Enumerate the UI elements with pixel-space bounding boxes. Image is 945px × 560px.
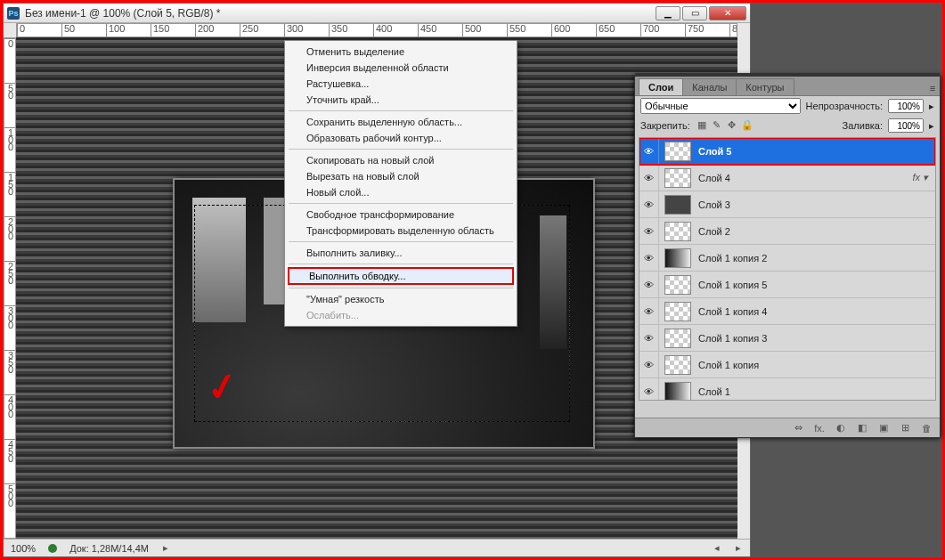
visibility-eye-icon[interactable]: 👁 (640, 272, 659, 297)
ruler-tick: 600 (551, 24, 570, 37)
menu-item-highlighted[interactable]: Выполнить обводку... (288, 267, 514, 285)
ruler-tick: 300 (284, 24, 303, 37)
menu-item[interactable]: Выполнить заливку... (287, 245, 515, 261)
ruler-tick: 800 (729, 24, 737, 37)
context-menu[interactable]: Отменить выделениеИнверсия выделенной об… (284, 40, 517, 327)
layer-row[interactable]: 👁Слой 1 копия 3 (640, 325, 935, 352)
layer-name[interactable]: Слой 4 (697, 173, 912, 183)
window-title: Без имени-1 @ 100% (Слой 5, RGB/8) * (25, 7, 656, 20)
menu-item[interactable]: Растушевка... (287, 76, 515, 92)
layer-row[interactable]: 👁Слой 1 копия 2 (640, 245, 935, 272)
layer-thumbnail[interactable] (664, 382, 691, 402)
menu-item[interactable]: "Умная" резкость (287, 291, 515, 307)
opacity-arrow-icon[interactable]: ▸ (929, 101, 934, 112)
panel-footer-icon[interactable]: ▣ (877, 422, 890, 434)
layer-thumbnail[interactable] (664, 222, 691, 241)
layer-name[interactable]: Слой 1 копия 2 (697, 253, 935, 264)
layer-name[interactable]: Слой 1 копия (697, 360, 935, 370)
panel-footer-icon[interactable]: ⇔ (792, 422, 804, 434)
visibility-eye-icon[interactable]: 👁 (640, 245, 659, 271)
menu-item[interactable]: Трансформировать выделенную область (287, 223, 515, 239)
layer-row[interactable]: 👁Слой 5 (640, 138, 935, 165)
menu-item[interactable]: Новый слой... (287, 184, 515, 200)
panel-footer-icon[interactable]: ◧ (856, 422, 868, 434)
lock-transparency-icon[interactable]: ▦ (696, 119, 708, 132)
vertical-ruler[interactable]: 050100150200250300350400450500 (4, 37, 16, 539)
fill-input[interactable] (888, 118, 924, 133)
minimize-button[interactable] (656, 6, 680, 20)
ruler-tick: 500 (4, 483, 16, 507)
layer-thumbnail[interactable] (664, 355, 691, 375)
layers-list[interactable]: 👁Слой 5👁Слой 4fx ▾👁Слой 3👁Слой 2👁Слой 1 … (639, 137, 936, 401)
layer-row[interactable]: 👁Слой 2 (640, 218, 935, 245)
visibility-eye-icon[interactable]: 👁 (640, 191, 659, 217)
maximize-button[interactable] (682, 6, 707, 20)
layer-row[interactable]: 👁Слой 4fx ▾ (640, 165, 935, 191)
layer-row[interactable]: 👁Слой 1 копия 5 (640, 272, 935, 298)
panel-footer-icon[interactable]: 🗑 (920, 423, 933, 434)
menu-item[interactable]: Инверсия выделенной области (287, 60, 515, 76)
visibility-eye-icon[interactable]: 👁 (640, 378, 659, 401)
layer-row[interactable]: 👁Слой 1 копия 4 (640, 298, 935, 325)
layer-name[interactable]: Слой 1 копия 3 (697, 333, 935, 344)
layer-row[interactable]: 👁Слой 1 копия (640, 352, 935, 378)
layer-name[interactable]: Слой 1 (697, 386, 935, 397)
layer-row[interactable]: 👁Слой 1 (640, 378, 935, 401)
tab-layers[interactable]: Слои (639, 78, 683, 95)
lock-all-icon[interactable]: 🔒 (741, 119, 754, 132)
fill-arrow-icon[interactable]: ▸ (929, 120, 934, 132)
horizontal-ruler[interactable]: 0501001502002503003504004505005506006507… (16, 23, 737, 37)
layer-thumbnail[interactable] (664, 195, 691, 215)
lock-move-icon[interactable]: ✥ (726, 119, 738, 132)
scroll-right-icon[interactable]: ▸ (734, 542, 743, 554)
opacity-input[interactable] (888, 99, 924, 113)
menu-separator (289, 149, 513, 150)
panel-footer-icon[interactable]: ◐ (835, 422, 847, 434)
visibility-eye-icon[interactable]: 👁 (640, 325, 659, 351)
layer-name[interactable]: Слой 5 (697, 146, 935, 157)
close-button[interactable] (709, 6, 746, 20)
menu-item[interactable]: Сохранить выделенную область... (287, 114, 515, 130)
panel-footer-icon[interactable]: fx. (813, 423, 826, 434)
status-arrow-icon[interactable]: ▸ (161, 542, 170, 554)
visibility-eye-icon[interactable]: 👁 (640, 138, 659, 164)
title-bar[interactable]: Ps Без имени-1 @ 100% (Слой 5, RGB/8) * (4, 4, 750, 23)
visibility-eye-icon[interactable]: 👁 (640, 165, 659, 191)
layer-thumbnail[interactable] (664, 142, 691, 161)
opacity-label: Непрозрачность: (806, 101, 883, 111)
layer-name[interactable]: Слой 1 копия 4 (697, 306, 935, 317)
lock-icons[interactable]: ▦ ✎ ✥ 🔒 (696, 119, 754, 132)
lock-paint-icon[interactable]: ✎ (711, 119, 723, 132)
menu-item[interactable]: Свободное трансформирование (287, 207, 515, 223)
layer-name[interactable]: Слой 1 копия 5 (697, 280, 935, 290)
layer-row[interactable]: 👁Слой 3 (640, 191, 935, 218)
scroll-left-icon[interactable]: ◂ (713, 542, 721, 554)
layer-thumbnail[interactable] (664, 248, 691, 268)
panel-menu-icon[interactable]: ≡ (925, 81, 940, 95)
visibility-eye-icon[interactable]: 👁 (640, 218, 659, 244)
layer-thumbnail[interactable] (664, 302, 691, 321)
zoom-value[interactable]: 100% (11, 543, 36, 554)
layers-panel[interactable]: Слои Каналы Контуры ≡ Обычные Непрозрачн… (634, 76, 941, 438)
panel-footer: ⇔fx.◐◧▣⊞🗑 (635, 418, 940, 437)
tab-paths[interactable]: Контуры (736, 78, 794, 95)
menu-item[interactable]: Скопировать на новый слой (287, 152, 515, 168)
menu-item[interactable]: Отменить выделение (287, 44, 515, 60)
layer-name[interactable]: Слой 3 (697, 199, 935, 210)
layer-name[interactable]: Слой 2 (697, 226, 935, 237)
ruler-tick: 0 (4, 38, 16, 47)
menu-item[interactable]: Вырезать на новый слой (287, 168, 515, 184)
layer-thumbnail[interactable] (664, 275, 691, 295)
panel-footer-icon[interactable]: ⊞ (899, 422, 911, 434)
ruler-tick: 150 (4, 172, 16, 195)
visibility-eye-icon[interactable]: 👁 (640, 352, 659, 377)
menu-item[interactable]: Образовать рабочий контур... (287, 130, 515, 146)
blend-mode-select[interactable]: Обычные (640, 98, 801, 114)
panel-grip[interactable] (635, 73, 940, 77)
visibility-eye-icon[interactable]: 👁 (640, 298, 659, 324)
layer-fx-icon[interactable]: fx ▾ (912, 172, 935, 183)
tab-channels[interactable]: Каналы (682, 78, 737, 95)
menu-item[interactable]: Уточнить край... (287, 92, 515, 108)
layer-thumbnail[interactable] (664, 168, 691, 188)
layer-thumbnail[interactable] (664, 329, 691, 348)
